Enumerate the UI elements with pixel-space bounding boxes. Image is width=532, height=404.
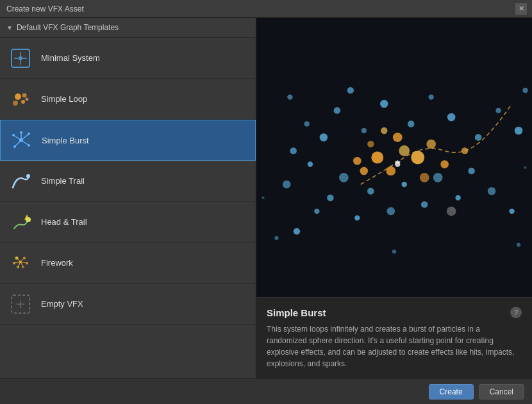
svg-line-27 bbox=[17, 258, 21, 262]
head-trail-icon bbox=[8, 209, 33, 235]
svg-point-73 bbox=[426, 140, 436, 149]
svg-point-14 bbox=[28, 133, 30, 135]
svg-point-56 bbox=[362, 128, 367, 133]
svg-point-67 bbox=[371, 152, 383, 164]
svg-point-39 bbox=[308, 161, 313, 166]
simple-burst-label: Simple Burst bbox=[42, 136, 89, 145]
head-trail-label: Head & Trail bbox=[41, 217, 87, 227]
svg-point-49 bbox=[468, 168, 474, 174]
svg-point-6 bbox=[26, 97, 29, 101]
empty-vfx-icon bbox=[8, 291, 33, 317]
create-button[interactable]: Create bbox=[429, 384, 474, 400]
svg-point-64 bbox=[287, 94, 292, 99]
info-area: Simple Burst ? This system loops infinit… bbox=[256, 297, 532, 378]
template-item-simple-loop[interactable]: Simple Loop bbox=[0, 79, 256, 120]
title-bar-text: Create new VFX Asset bbox=[6, 4, 84, 13]
svg-point-52 bbox=[290, 147, 296, 154]
svg-point-38 bbox=[283, 181, 291, 189]
bottom-bar: Create Cancel bbox=[0, 378, 532, 404]
svg-point-84 bbox=[262, 197, 264, 199]
svg-point-13 bbox=[12, 134, 15, 136]
svg-point-16 bbox=[13, 145, 16, 148]
svg-point-68 bbox=[393, 133, 403, 142]
svg-point-75 bbox=[440, 160, 449, 168]
svg-point-70 bbox=[386, 166, 395, 176]
svg-point-43 bbox=[367, 188, 374, 194]
minimal-system-label: Minimal System bbox=[41, 53, 100, 63]
svg-point-47 bbox=[433, 173, 443, 182]
svg-point-54 bbox=[320, 133, 328, 141]
svg-point-53 bbox=[304, 121, 309, 126]
svg-point-58 bbox=[408, 120, 414, 127]
svg-point-61 bbox=[475, 134, 481, 140]
simple-loop-label: Simple Loop bbox=[41, 94, 87, 104]
svg-point-65 bbox=[347, 87, 354, 93]
info-description: This system loops infinitely and creates… bbox=[267, 323, 522, 369]
title-bar: Create new VFX Asset ✕ bbox=[0, 0, 532, 18]
svg-point-50 bbox=[488, 187, 496, 195]
svg-point-51 bbox=[509, 209, 514, 214]
svg-line-8 bbox=[13, 135, 21, 140]
info-title: Simple Burst bbox=[267, 307, 326, 318]
template-item-firework[interactable]: Firework bbox=[0, 243, 256, 284]
empty-vfx-label: Empty VFX bbox=[41, 299, 83, 309]
svg-point-86 bbox=[392, 250, 396, 254]
minimal-system-icon bbox=[8, 45, 33, 71]
svg-line-11 bbox=[15, 140, 21, 147]
svg-point-60 bbox=[447, 113, 456, 122]
svg-point-46 bbox=[421, 201, 428, 207]
svg-point-5 bbox=[21, 100, 25, 104]
simple-burst-icon bbox=[8, 127, 34, 153]
svg-point-76 bbox=[381, 127, 387, 134]
simple-trail-icon bbox=[8, 168, 33, 194]
svg-point-62 bbox=[495, 108, 501, 113]
triangle-icon: ▼ bbox=[6, 24, 13, 31]
template-item-empty-vfx[interactable]: Empty VFX bbox=[0, 284, 256, 325]
svg-point-85 bbox=[524, 166, 526, 169]
template-item-simple-burst[interactable]: Simple Burst bbox=[0, 120, 256, 161]
help-button[interactable]: ? bbox=[510, 307, 522, 318]
template-item-simple-trail[interactable]: Simple Trail bbox=[0, 161, 256, 202]
firework-icon bbox=[8, 250, 33, 276]
simple-loop-icon bbox=[8, 86, 33, 112]
svg-point-71 bbox=[399, 145, 410, 156]
svg-point-79 bbox=[353, 157, 362, 165]
svg-point-72 bbox=[360, 167, 369, 175]
svg-line-10 bbox=[21, 140, 29, 145]
svg-point-36 bbox=[294, 228, 300, 234]
svg-point-78 bbox=[461, 147, 468, 154]
svg-point-74 bbox=[367, 141, 374, 147]
cancel-button[interactable]: Cancel bbox=[479, 384, 524, 400]
svg-point-55 bbox=[334, 107, 340, 113]
svg-point-2 bbox=[15, 93, 21, 100]
template-item-head-trail[interactable]: Head & Trail bbox=[0, 202, 256, 243]
svg-point-48 bbox=[455, 195, 460, 200]
svg-point-41 bbox=[339, 173, 349, 182]
svg-point-83 bbox=[517, 243, 520, 246]
svg-point-59 bbox=[428, 94, 433, 99]
svg-point-45 bbox=[402, 182, 407, 187]
svg-point-1 bbox=[19, 56, 22, 60]
template-item-minimal-system[interactable]: Minimal System bbox=[0, 38, 256, 79]
firework-label: Firework bbox=[41, 258, 73, 268]
right-panel: Simple Burst ? This system loops infinit… bbox=[256, 18, 532, 378]
svg-point-3 bbox=[22, 93, 27, 97]
svg-point-44 bbox=[387, 207, 395, 216]
section-title: Default VFX Graph Templates bbox=[17, 23, 119, 32]
svg-line-31 bbox=[18, 262, 21, 267]
svg-line-9 bbox=[21, 134, 29, 140]
left-panel: ▼ Default VFX Graph Templates Minimal Sy… bbox=[0, 18, 256, 378]
svg-line-28 bbox=[21, 258, 24, 262]
simple-trail-label: Simple Trail bbox=[41, 176, 85, 186]
preview-canvas bbox=[256, 18, 532, 297]
svg-point-40 bbox=[327, 195, 333, 201]
svg-point-82 bbox=[274, 236, 278, 240]
svg-point-42 bbox=[354, 215, 360, 220]
svg-point-77 bbox=[420, 173, 429, 182]
close-button[interactable]: ✕ bbox=[515, 3, 527, 15]
svg-point-81 bbox=[447, 207, 456, 216]
svg-line-32 bbox=[21, 262, 23, 267]
preview-area bbox=[256, 18, 532, 297]
svg-point-37 bbox=[314, 209, 319, 214]
svg-point-15 bbox=[28, 144, 30, 147]
